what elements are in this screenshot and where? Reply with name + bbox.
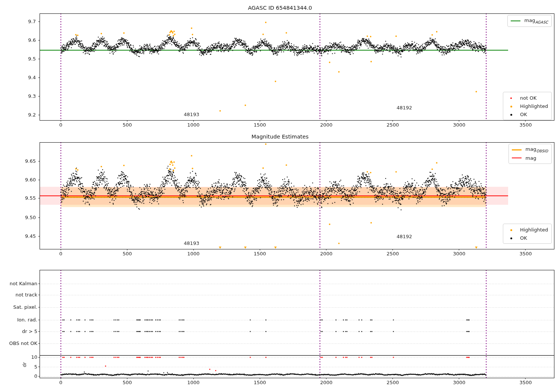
ax1-line-legend: magAGASC bbox=[507, 15, 552, 27]
plot2-title: Magnitude Estimates bbox=[0, 134, 560, 140]
ax1-ytick: 9.7 bbox=[10, 19, 36, 24]
ax1-xtick: 0 bbox=[48, 122, 74, 128]
ax1-xtick: 3500 bbox=[513, 122, 539, 128]
ax2-ytick: 9.65 bbox=[10, 158, 36, 164]
ax1-ytick: 9.2 bbox=[10, 112, 36, 118]
ax2-marker-legend: Highlighted OK bbox=[503, 224, 552, 244]
ax2-xtick: 3000 bbox=[446, 251, 472, 256]
mag-line-swatch bbox=[512, 158, 522, 158]
ax3-xtick: 500 bbox=[114, 380, 140, 385]
ax1-ytick: 9.6 bbox=[10, 37, 36, 43]
ax2-xtick: 1500 bbox=[247, 251, 273, 256]
ax2-xtick: 1000 bbox=[180, 251, 206, 256]
highlighted-marker-icon bbox=[510, 106, 512, 108]
obsid-annotation-48193-ax2: 48193 bbox=[184, 240, 199, 246]
ax2-line-legend: magOBSID mag bbox=[508, 144, 552, 164]
ax2-xtick: 3500 bbox=[513, 251, 539, 256]
not-ok-legend-label: not OK bbox=[520, 95, 536, 101]
plot-canvas bbox=[0, 0, 560, 392]
ax3-category-not-kalman: not Kalman bbox=[0, 281, 37, 286]
not-ok-marker-icon bbox=[510, 97, 512, 99]
mag-obsid-legend-label: magOBSID bbox=[526, 146, 548, 153]
ax2-xtick: 0 bbox=[48, 251, 74, 256]
ax2-ytick: 9.60 bbox=[10, 177, 36, 183]
ok-legend-label: OK bbox=[520, 112, 527, 117]
mag-legend-label: mag bbox=[526, 155, 536, 161]
obsid-annotation-48192-ax2: 48192 bbox=[396, 234, 412, 239]
mag-agasc-line-swatch bbox=[511, 21, 520, 21]
obsid-annotation-48192-ax1: 48192 bbox=[396, 105, 412, 111]
ax1-ytick: 9.5 bbox=[10, 56, 36, 62]
ax3-xtick: 0 bbox=[48, 380, 74, 385]
ax3-category-sat-pixel: Sat. pixel. bbox=[0, 304, 37, 310]
ax3-category-not-track: not track bbox=[0, 292, 37, 298]
mag-obsid-line-swatch bbox=[512, 149, 522, 150]
plot1-title: AGASC ID 654841344.0 bbox=[0, 5, 560, 11]
ax3-category-obs-not-ok: OBS not OK bbox=[0, 340, 37, 346]
ax3-xtick: 3500 bbox=[513, 380, 539, 385]
ax3-xtick: 1000 bbox=[180, 380, 206, 385]
ax2-ytick: 9.45 bbox=[10, 233, 36, 239]
ok-legend-label: OK bbox=[520, 235, 527, 241]
ax3-xtick: 3000 bbox=[446, 380, 472, 385]
mag-agasc-legend-label: magAGASC bbox=[525, 18, 548, 24]
ax1-xtick: 3000 bbox=[446, 122, 472, 128]
ax1-xtick: 2500 bbox=[380, 122, 406, 128]
obsid-annotation-48193-ax1: 48193 bbox=[184, 112, 199, 117]
ax1-xtick: 1500 bbox=[247, 122, 273, 128]
ax2-ytick: 9.50 bbox=[10, 215, 36, 220]
ax3-dr-tick-0: 0 bbox=[21, 373, 37, 379]
ax3-xtick: 2000 bbox=[313, 380, 339, 385]
highlighted-legend-label: Highlighted bbox=[520, 227, 548, 233]
highlighted-legend-label: Highlighted bbox=[520, 103, 548, 109]
ok-marker-icon bbox=[510, 114, 512, 116]
highlighted-marker-icon bbox=[510, 229, 512, 231]
ax1-marker-legend: not OK Highlighted OK bbox=[503, 92, 552, 120]
ax3-dr-tick-10: 10 bbox=[21, 354, 37, 360]
ax3-dr-axis-label: dr bbox=[22, 362, 27, 367]
ax3-category-ion-rad: Ion. rad. bbox=[0, 317, 37, 323]
ax2-xtick: 2000 bbox=[313, 251, 339, 256]
ax2-xtick: 2500 bbox=[380, 251, 406, 256]
ax1-ytick: 9.4 bbox=[10, 75, 36, 80]
ax1-xtick: 2000 bbox=[313, 122, 339, 128]
ax1-xtick: 1000 bbox=[180, 122, 206, 128]
ax1-xtick: 500 bbox=[114, 122, 140, 128]
figure: AGASC ID 654841344.0 Magnitude Estimates… bbox=[0, 0, 560, 392]
ok-marker-icon bbox=[510, 237, 512, 239]
ax2-xtick: 500 bbox=[114, 251, 140, 256]
ax1-ytick: 9.3 bbox=[10, 93, 36, 99]
ax3-category-dr-gt-5: dr > 5 bbox=[0, 329, 37, 334]
ax2-ytick: 9.55 bbox=[10, 195, 36, 201]
ax3-xtick: 1500 bbox=[247, 380, 273, 385]
ax3-xtick: 2500 bbox=[380, 380, 406, 385]
